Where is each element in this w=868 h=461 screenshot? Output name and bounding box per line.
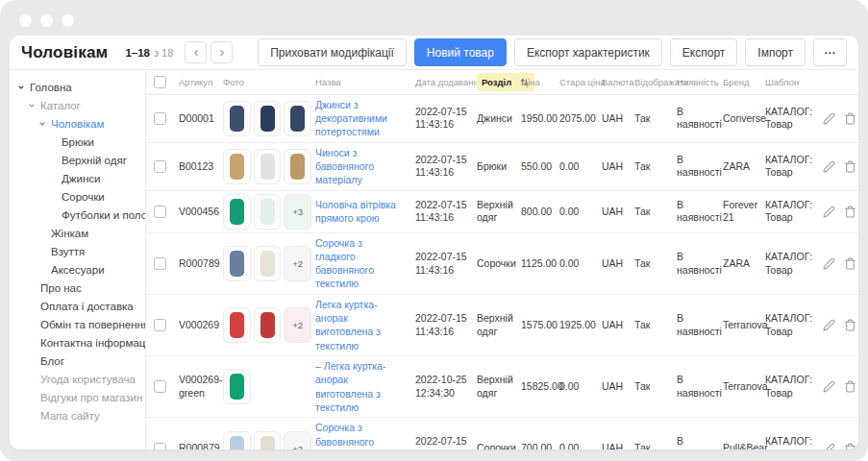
row-checkbox[interactable] [154, 206, 166, 218]
more-photos-badge[interactable]: +2 [284, 246, 311, 281]
chevron-down-icon [28, 102, 36, 109]
more-photos-badge[interactable]: +2 [284, 431, 311, 449]
delete-icon[interactable] [844, 380, 856, 393]
product-photo[interactable] [284, 101, 311, 136]
column-header[interactable]: Фото [223, 77, 315, 87]
column-header[interactable]: Бренд [723, 77, 765, 87]
column-header[interactable]: Артикул [179, 77, 223, 87]
sidebar-item[interactable]: Джинси [10, 169, 145, 187]
product-name-link[interactable]: Чиноси з бавовняного матеріалу [315, 146, 409, 187]
product-name-link[interactable]: – Легка куртка-анорак виготовлена з текс… [315, 359, 409, 414]
sidebar-item[interactable]: Блог [10, 352, 145, 370]
column-header[interactable]: Назва [315, 77, 415, 87]
product-photo[interactable] [223, 246, 251, 281]
table-row: V000269+2Легка куртка-анорак виготовлена… [146, 295, 858, 356]
import-button[interactable]: Імпорт [745, 38, 806, 66]
time-value: 11:43:16 [415, 118, 477, 132]
article-cell: R000789 [179, 257, 223, 271]
export-characteristics-button[interactable]: Експорт характеристик [514, 38, 662, 66]
sidebar-item[interactable]: Сорочки [10, 187, 145, 206]
column-header[interactable]: Валюта [602, 77, 634, 87]
sidebar-item[interactable]: Головна [10, 78, 145, 96]
row-checkbox[interactable] [154, 443, 166, 449]
row-checkbox[interactable] [154, 112, 166, 125]
more-photos-badge[interactable]: +2 [284, 307, 311, 343]
row-checkbox[interactable] [154, 257, 166, 270]
sidebar-item[interactable]: Чоловікам [10, 114, 145, 133]
product-photo[interactable] [254, 431, 282, 449]
row-checkbox[interactable] [154, 380, 166, 393]
sidebar-item[interactable]: Футболки и поло [10, 206, 145, 224]
new-product-button[interactable]: Новий товар [414, 38, 507, 66]
product-photo[interactable] [223, 369, 251, 404]
hide-modifications-button[interactable]: Приховати модифікації [258, 38, 407, 66]
product-photo[interactable] [223, 149, 251, 184]
page-header: Чоловікам 1–18 з 18 Приховати модифікаці… [10, 36, 858, 70]
edit-icon[interactable] [823, 443, 835, 449]
delete-icon[interactable] [844, 319, 856, 331]
more-photos-badge[interactable]: +3 [284, 194, 311, 230]
delete-icon[interactable] [844, 443, 856, 449]
product-photo[interactable] [223, 431, 251, 449]
edit-icon[interactable] [823, 319, 835, 331]
product-name-link[interactable]: Сорочка з бавовняного матеріалу притален… [315, 421, 409, 449]
availability-cell: В наявності [677, 374, 723, 400]
product-photo[interactable] [223, 101, 251, 136]
pagination-next-button[interactable] [211, 41, 233, 63]
edit-icon[interactable] [823, 380, 835, 393]
article-cell: B00123 [179, 160, 223, 174]
edit-icon[interactable] [823, 112, 835, 125]
delete-icon[interactable] [844, 257, 856, 270]
product-name-link[interactable]: Чоловіча вітрівка прямого крою [315, 198, 409, 225]
product-photo[interactable] [284, 149, 311, 184]
column-header[interactable]: Відображати [634, 77, 677, 87]
more-actions-button[interactable]: ⋯ [813, 38, 847, 66]
product-photo[interactable] [254, 307, 282, 343]
delete-icon[interactable] [844, 160, 856, 173]
sidebar-item[interactable]: Брюки [10, 133, 145, 151]
sidebar-item[interactable]: Взуття [10, 242, 145, 260]
product-name-link[interactable]: Сорочка з гладкого бавовняного текстилю [315, 236, 409, 291]
row-checkbox[interactable] [154, 319, 166, 331]
sidebar-item[interactable]: Жінкам [10, 224, 145, 242]
sidebar-item[interactable]: Каталог [10, 96, 145, 114]
delete-icon[interactable] [844, 112, 856, 125]
product-photo[interactable] [254, 101, 282, 136]
edit-icon[interactable] [823, 160, 835, 173]
sidebar-item[interactable]: Контактна інформація [10, 333, 145, 352]
sidebar-item[interactable]: Оплата і доставка [10, 297, 145, 315]
column-header[interactable]: Шаблон [765, 77, 821, 87]
edit-icon[interactable] [823, 206, 835, 218]
sidebar-item[interactable]: Мапа сайту [10, 406, 145, 425]
export-button[interactable]: Експорт [670, 38, 737, 66]
sidebar-item[interactable]: Угода користувача [10, 370, 145, 388]
row-checkbox[interactable] [154, 160, 166, 173]
sidebar-item[interactable]: Обмін та повернення [10, 315, 145, 333]
column-header[interactable]: Ціна [521, 77, 559, 87]
product-photo[interactable] [254, 246, 282, 281]
sidebar-item-label: Аксесуари [51, 264, 105, 276]
product-photos: +2 [223, 307, 315, 343]
column-header[interactable]: Дата додавання [415, 77, 477, 87]
product-photo[interactable] [223, 307, 251, 343]
product-photo[interactable] [254, 149, 282, 184]
column-header[interactable]: Стара ціна [559, 77, 602, 87]
sidebar-item-label: Брюки [62, 136, 94, 148]
product-name-link[interactable]: Джинси з декоративними потертостями [315, 98, 409, 139]
window-dot-icon [62, 14, 74, 27]
sidebar-item[interactable]: Відгуки про магазин [10, 388, 145, 406]
garment-shape [230, 374, 244, 400]
column-header[interactable]: Наявність [677, 77, 723, 87]
template-cell: КАТАЛОГ: Товар [765, 251, 821, 277]
sidebar-item[interactable]: Аксесуари [10, 260, 145, 279]
select-all-checkbox[interactable] [154, 76, 166, 88]
sidebar-item[interactable]: Верхній одяг [10, 151, 145, 169]
product-photo[interactable] [254, 194, 282, 230]
product-photo[interactable] [223, 194, 251, 230]
product-photos: +2 [223, 431, 315, 449]
delete-icon[interactable] [844, 206, 856, 218]
product-name-link[interactable]: Легка куртка-анорак виготовлена з тексти… [315, 298, 409, 352]
edit-icon[interactable] [823, 257, 835, 270]
sidebar-item[interactable]: Про нас [10, 279, 145, 297]
pagination-prev-button[interactable] [185, 41, 207, 63]
